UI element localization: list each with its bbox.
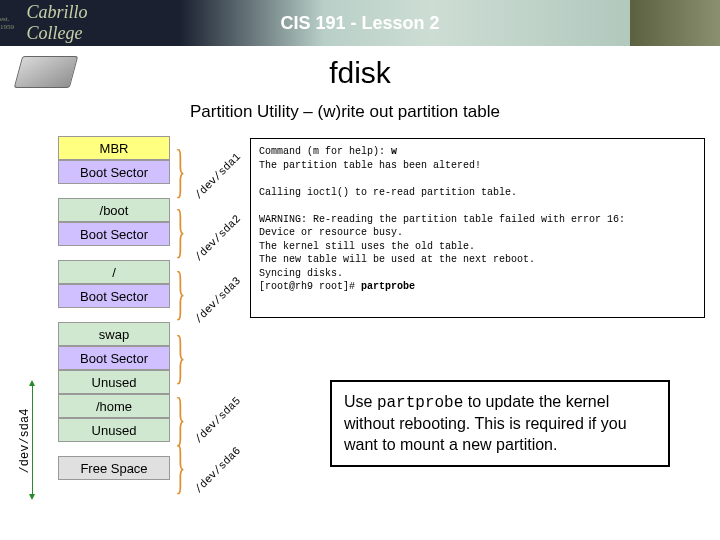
label-sda4: /dev/sda4	[18, 409, 32, 474]
term-l8: Syncing disks.	[259, 268, 343, 279]
term-l5: Device or resource busy.	[259, 227, 403, 238]
logo-text: Cabrillo College	[27, 2, 140, 44]
block-unused-2: Unused	[58, 418, 170, 442]
term-l7: The new table will be used at the next r…	[259, 254, 535, 265]
term-l3: Calling ioctl() to re-read partition tab…	[259, 187, 517, 198]
block-boot: /boot	[58, 198, 170, 222]
page-subtitle: Partition Utility – (w)rite out partitio…	[190, 102, 500, 122]
brace-2: }	[175, 196, 185, 265]
brace-1: }	[175, 136, 185, 205]
brace-3: }	[175, 258, 185, 327]
term-l4: WARNING: Re-reading the partition table …	[259, 214, 625, 225]
term-l1a: Command (m for help):	[259, 146, 391, 157]
note-p2: partprobe	[377, 394, 463, 412]
gap	[58, 442, 170, 456]
block-home: /home	[58, 394, 170, 418]
partition-stack: MBR Boot Sector /boot Boot Sector / Boot…	[58, 136, 170, 480]
terminal-output: Command (m for help): w The partition ta…	[250, 138, 705, 318]
gap	[58, 246, 170, 260]
term-l6: The kernel still uses the old table.	[259, 241, 475, 252]
block-bootsector-1: Boot Sector	[58, 160, 170, 184]
block-free: Free Space	[58, 456, 170, 480]
gap	[58, 308, 170, 322]
banner-photo	[630, 0, 720, 46]
block-bootsector-3: Boot Sector	[58, 284, 170, 308]
label-sda2: /dev/sda2	[192, 213, 243, 264]
block-swap: swap	[58, 322, 170, 346]
block-bootsector-2: Boot Sector	[58, 222, 170, 246]
note-box: Use partprobe to update the kernel witho…	[330, 380, 670, 467]
block-root: /	[58, 260, 170, 284]
block-mbr: MBR	[58, 136, 170, 160]
sda4-label-container: /dev/sda4	[15, 394, 29, 486]
term-l9a: [root@rh9 root]#	[259, 281, 361, 292]
label-sda6: /dev/sda6	[192, 445, 243, 496]
label-sda5: /dev/sda5	[192, 395, 243, 446]
label-sda3: /dev/sda3	[192, 275, 243, 326]
term-l1b: w	[391, 146, 397, 157]
block-bootsector-4: Boot Sector	[58, 346, 170, 370]
block-unused-1: Unused	[58, 370, 170, 394]
brace-6: }	[175, 432, 185, 501]
college-logo: est. 1959 Cabrillo College	[0, 0, 140, 46]
lesson-title: CIS 191 - Lesson 2	[280, 13, 439, 34]
note-p1: Use	[344, 393, 377, 410]
brace-4: }	[175, 322, 185, 391]
term-l9b: partprobe	[361, 281, 415, 292]
logo-est: est. 1959	[0, 15, 24, 31]
page-title: fdisk	[0, 56, 720, 90]
gap	[58, 184, 170, 198]
header-banner: est. 1959 Cabrillo College CIS 191 - Les…	[0, 0, 720, 46]
term-l2: The partition table has been altered!	[259, 160, 481, 171]
label-sda1: /dev/sda1	[192, 151, 243, 202]
